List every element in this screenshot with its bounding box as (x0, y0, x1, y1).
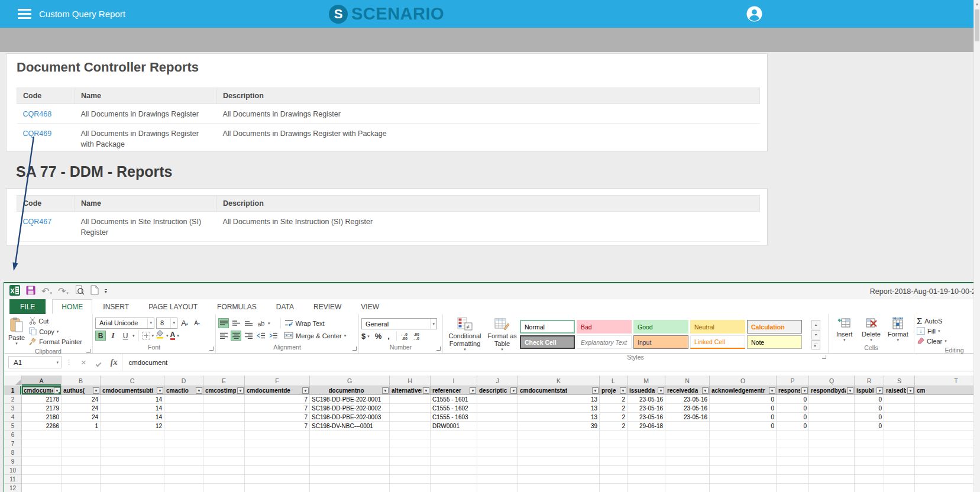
cell-T4[interactable] (915, 413, 980, 422)
cell-L6[interactable] (600, 430, 628, 439)
cell-O6[interactable] (710, 430, 777, 439)
cell-style-explanatory[interactable]: Explanatory Text (577, 335, 632, 349)
cell-D10[interactable] (164, 466, 203, 475)
cell-K4[interactable]: 13 (518, 413, 600, 422)
filter-dropdown-icon[interactable]: ▼ (382, 387, 389, 394)
cell-C11[interactable] (101, 475, 164, 484)
cell-P2[interactable]: 0 (777, 395, 809, 404)
insert-cells-button[interactable]: Insert ▾ (831, 316, 858, 344)
cell-I2[interactable]: C1555 - 1601 (431, 395, 477, 404)
cell-F7[interactable] (245, 439, 310, 448)
row-9-header[interactable]: 9 (4, 457, 22, 466)
cell-A2[interactable]: 2178 (22, 395, 62, 404)
cell-H4[interactable] (390, 413, 431, 422)
cell-K10[interactable] (518, 466, 600, 475)
cell-B7[interactable] (62, 439, 101, 448)
wrap-text-button[interactable]: Wrap Text (284, 318, 325, 328)
cell-J12[interactable] (477, 484, 518, 492)
cut-button[interactable]: Cut (29, 316, 82, 326)
cell-E4[interactable] (203, 413, 245, 422)
filter-dropdown-icon[interactable]: ▼ (876, 387, 883, 394)
tab-file[interactable]: FILE (9, 299, 46, 314)
cell-Q4[interactable] (809, 413, 855, 422)
cell-F9[interactable] (245, 457, 310, 466)
row-4-header[interactable]: 4 (4, 413, 22, 422)
cell-N12[interactable] (665, 484, 710, 492)
cell-K9[interactable] (518, 457, 600, 466)
cell-style-normal[interactable]: Normal (520, 320, 575, 334)
filter-dropdown-icon[interactable]: ▼ (302, 387, 309, 394)
cell-D8[interactable] (164, 448, 203, 457)
column-L-header[interactable]: L (600, 376, 628, 386)
row-1-header[interactable]: 1 (4, 386, 22, 395)
cell-J8[interactable] (477, 448, 518, 457)
cell-D7[interactable] (164, 439, 203, 448)
cell-O11[interactable] (710, 475, 777, 484)
row-11-header[interactable]: 11 (4, 475, 22, 484)
cell-G10[interactable] (310, 466, 390, 475)
cell-M11[interactable] (628, 475, 665, 484)
cell-L7[interactable] (600, 439, 628, 448)
cell-S8[interactable] (884, 448, 915, 457)
number-format-select[interactable]: General▾ (361, 318, 437, 329)
cell-P10[interactable] (777, 466, 809, 475)
row-8-header[interactable]: 8 (4, 448, 22, 457)
cell-O2[interactable]: 0 (710, 395, 777, 404)
cell-P8[interactable] (777, 448, 809, 457)
column-T-header[interactable]: T (915, 376, 980, 386)
cell-G9[interactable] (310, 457, 390, 466)
filter-dropdown-icon[interactable]: ▼ (510, 387, 517, 394)
cell-G11[interactable] (310, 475, 390, 484)
borders-icon[interactable] (143, 332, 150, 339)
filter-dropdown-icon[interactable]: ▼ (620, 387, 626, 394)
cell-N2[interactable]: 23-05-16 (665, 395, 710, 404)
filter-dropdown-icon[interactable]: ▼ (801, 387, 808, 394)
undo-icon[interactable]: ↶▾ (41, 286, 52, 297)
cell-S4[interactable] (884, 413, 915, 422)
cell-L2[interactable]: 2 (600, 395, 628, 404)
cell-Q5[interactable] (809, 422, 855, 430)
cell-I9[interactable] (431, 457, 477, 466)
column-C-header[interactable]: C (101, 376, 164, 386)
cell-M4[interactable]: 23-05-16 (628, 413, 665, 422)
cell-A6[interactable] (22, 430, 62, 439)
cell-S7[interactable] (884, 439, 915, 448)
print-preview-icon[interactable] (75, 285, 85, 297)
column-O-header[interactable]: O (710, 376, 777, 386)
column-B-header[interactable]: B (62, 376, 101, 386)
cell-P3[interactable]: 0 (777, 404, 809, 413)
chevron-down-icon[interactable]: ▾ (177, 334, 179, 338)
tab-insert[interactable]: INSERT (94, 299, 138, 314)
cell-style-check[interactable]: Check Cell (520, 335, 575, 349)
cell-Q11[interactable] (809, 475, 855, 484)
cell-C12[interactable] (101, 484, 164, 492)
cell-T12[interactable] (915, 484, 980, 492)
column-A-header[interactable]: A (22, 376, 62, 386)
cell-L11[interactable] (600, 475, 628, 484)
filter-cell-R[interactable]: ispubl▼ (855, 386, 884, 395)
cell-S9[interactable] (884, 457, 915, 466)
cell-F4[interactable]: 7 (245, 413, 310, 422)
cell-B8[interactable] (62, 448, 101, 457)
cell-Q8[interactable] (809, 448, 855, 457)
cell-P4[interactable]: 0 (777, 413, 809, 422)
cell-I7[interactable] (431, 439, 477, 448)
cell-H2[interactable] (390, 395, 431, 404)
cell-F8[interactable] (245, 448, 310, 457)
cell-S12[interactable] (884, 484, 915, 492)
cell-K12[interactable] (518, 484, 600, 492)
cell-J6[interactable] (477, 430, 518, 439)
name-box[interactable]: A1▾ (8, 356, 62, 368)
filter-cell-I[interactable]: referencer▼ (431, 386, 477, 395)
row-2-header[interactable]: 2 (4, 395, 22, 404)
cell-H11[interactable] (390, 475, 431, 484)
increase-decimal-button[interactable]: ←.0.00 (400, 332, 407, 341)
cell-D12[interactable] (164, 484, 203, 492)
align-left-button[interactable] (218, 331, 229, 341)
cell-D9[interactable] (164, 457, 203, 466)
cell-T10[interactable] (915, 466, 980, 475)
chevron-down-icon[interactable]: ▾ (152, 334, 154, 338)
cell-B3[interactable]: 24 (62, 404, 101, 413)
cell-style-good[interactable]: Good (633, 320, 688, 334)
shrink-font-button[interactable]: A▾ (192, 318, 202, 328)
